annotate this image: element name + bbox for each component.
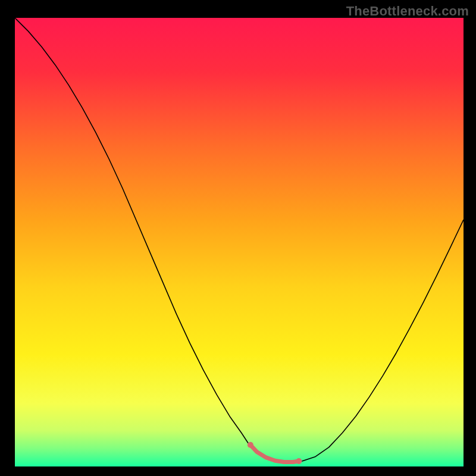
chart-container: TheBottleneck.com bbox=[0, 0, 476, 476]
bottleneck-curve-plot bbox=[15, 18, 464, 466]
series-endpoint-marker bbox=[296, 458, 302, 464]
gradient-background bbox=[15, 18, 464, 466]
watermark-text: TheBottleneck.com bbox=[346, 4, 469, 19]
series-endpoint-marker bbox=[248, 442, 253, 448]
